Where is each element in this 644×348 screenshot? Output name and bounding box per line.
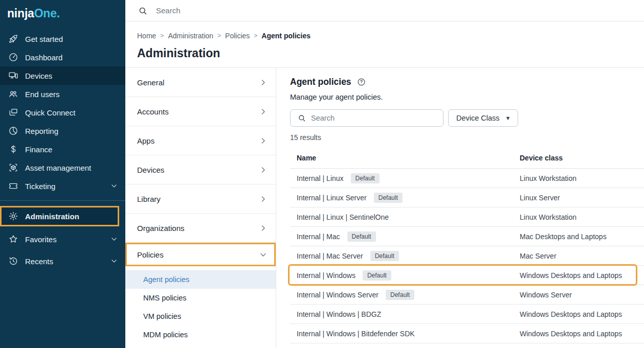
global-search-bar <box>125 0 644 21</box>
sidebar-item-end-users[interactable]: End users <box>0 85 125 103</box>
sidebar-item-quick-connect[interactable]: Quick Connect <box>0 103 125 122</box>
column-header-name[interactable]: Name <box>290 154 520 162</box>
menu-item-organizations[interactable]: Organizations <box>125 214 276 243</box>
logo-one-text: One. <box>34 7 60 20</box>
global-search-input[interactable] <box>156 6 361 15</box>
breadcrumb-separator: > <box>160 32 164 39</box>
panel-subtitle: Manage your agent policies. <box>290 93 644 101</box>
device-class-value: Windows Desktops and Laptops <box>520 330 644 338</box>
default-badge: Default <box>347 231 376 242</box>
table-row[interactable]: Internal | Windows | BDGZ Windows Deskto… <box>290 305 644 324</box>
sidebar-item-devices[interactable]: Devices <box>0 66 125 85</box>
page-title: Administration <box>137 47 644 60</box>
policy-name: Internal | Windows Server <box>297 291 379 299</box>
table-row[interactable]: Internal | Linux Server Default Linux Se… <box>290 188 644 207</box>
sidebar-item-label: End users <box>25 90 60 99</box>
default-badge: Default <box>351 173 380 183</box>
search-icon <box>138 6 147 15</box>
policy-name: Internal | Linux Server <box>297 194 367 202</box>
sidebar-item-reporting[interactable]: Reporting <box>0 122 125 140</box>
sidebar-item-label: Get started <box>25 35 63 43</box>
help-icon[interactable] <box>357 78 366 86</box>
devices-icon <box>8 71 18 81</box>
sidebar-item-label: Quick Connect <box>25 108 75 117</box>
sidebar-item-finance[interactable]: Finance <box>0 140 125 158</box>
policies-search-input[interactable] <box>311 114 443 122</box>
table-row[interactable]: Internal | Windows | Bitdefender SDK Win… <box>290 324 644 343</box>
menu-item-general[interactable]: General <box>125 68 276 97</box>
policy-name: Internal | Linux | SentinelOne <box>297 213 389 221</box>
policies-search-box <box>290 109 443 127</box>
default-badge: Default <box>370 251 399 261</box>
menu-item-policies-expanded[interactable]: Policies <box>125 243 276 266</box>
star-icon <box>8 234 18 244</box>
reporting-icon <box>8 126 18 136</box>
admin-menu-list: General Accounts Apps Devices Library <box>125 68 276 243</box>
table-row[interactable]: Internal | Mac Default Mac Desktops and … <box>290 227 644 246</box>
submenu-item-agent-policies[interactable]: Agent policies <box>125 270 276 289</box>
dashboard-icon <box>8 52 18 62</box>
recents-icon <box>8 256 18 266</box>
policy-name: Internal | Windows | BDGZ <box>297 310 381 318</box>
sidebar-nav: Get started Dashboard Devices End users … <box>0 30 125 270</box>
chevron-down-icon <box>110 235 118 243</box>
menu-item-accounts[interactable]: Accounts <box>125 97 276 126</box>
search-icon <box>298 114 306 122</box>
policy-name: Internal | Linux <box>297 174 344 182</box>
column-header-device-class[interactable]: Device class <box>520 154 644 162</box>
table-row[interactable]: Internal | Windows Server Default Window… <box>290 285 644 305</box>
sidebar-item-favorites[interactable]: Favorites <box>0 230 125 248</box>
chevron-right-icon <box>259 195 268 203</box>
sidebar-item-label: Favorites <box>25 235 57 244</box>
chevron-right-icon <box>259 78 268 87</box>
table-row[interactable]: Internal | Mac Server Default Mac Server <box>290 246 644 266</box>
breadcrumb-administration[interactable]: Administration <box>168 32 213 40</box>
sidebar-item-ticketing[interactable]: Ticketing <box>0 177 125 195</box>
sidebar-item-label: Recents <box>25 257 53 266</box>
menu-item-devices[interactable]: Devices <box>125 155 276 184</box>
caret-down-icon: ▼ <box>505 115 511 121</box>
breadcrumb-home[interactable]: Home <box>137 32 156 40</box>
table-row[interactable]: Internal | Windows Default Windows Deskt… <box>290 266 644 285</box>
submenu-item-vm-policies[interactable]: VM policies <box>125 307 276 326</box>
device-class-value: Mac Server <box>520 252 644 260</box>
default-badge: Default <box>374 193 403 203</box>
chevron-right-icon <box>259 107 268 116</box>
app-logo[interactable]: ninjaOne. <box>0 0 125 30</box>
sidebar-item-label: Administration <box>25 212 79 221</box>
submenu-item-mdm-policies[interactable]: MDM policies <box>125 326 276 344</box>
table-header: Name Device class <box>290 147 644 169</box>
asset-management-icon <box>8 163 18 173</box>
ticketing-icon <box>8 181 18 191</box>
table-row[interactable]: Internal | Linux | SentinelOne Linux Wor… <box>290 207 644 227</box>
main-area: Home > Administration > Policies > Agent… <box>125 0 644 348</box>
device-class-value: Windows Server <box>520 291 644 299</box>
sidebar-item-recents[interactable]: Recents <box>0 252 125 270</box>
device-class-value: Windows Desktops and Laptops <box>520 310 644 318</box>
menu-item-apps[interactable]: Apps <box>125 126 276 155</box>
gear-icon <box>8 211 18 221</box>
breadcrumb-separator: > <box>217 32 221 39</box>
content-area: General Accounts Apps Devices Library <box>125 68 644 348</box>
sidebar: ninjaOne. Get started Dashboard Devices … <box>0 0 125 348</box>
sidebar-item-get-started[interactable]: Get started <box>0 30 125 48</box>
sidebar-item-administration[interactable]: Administration <box>0 206 119 226</box>
sidebar-item-label: Asset management <box>25 164 91 172</box>
device-class-filter[interactable]: Device Class ▼ <box>448 109 518 127</box>
breadcrumb-policies[interactable]: Policies <box>225 32 250 40</box>
policy-name: Internal | Mac Server <box>297 252 363 260</box>
table-row[interactable]: Internal | Linux Default Linux Workstati… <box>290 169 644 188</box>
sidebar-item-label: Dashboard <box>25 53 62 62</box>
breadcrumb-separator: > <box>254 32 257 39</box>
chevron-right-icon <box>259 166 268 174</box>
finance-icon <box>8 144 18 154</box>
submenu-item-nms-policies[interactable]: NMS policies <box>125 289 276 307</box>
sidebar-item-asset-management[interactable]: Asset management <box>0 158 125 177</box>
panel-title: Agent policies <box>290 77 351 87</box>
sidebar-item-dashboard[interactable]: Dashboard <box>0 48 125 66</box>
rocket-icon <box>8 34 18 44</box>
policies-table: Name Device class Internal | Linux Defau… <box>290 147 644 343</box>
menu-item-library[interactable]: Library <box>125 184 276 214</box>
end-users-icon <box>8 89 18 99</box>
sidebar-item-label: Ticketing <box>25 182 55 191</box>
